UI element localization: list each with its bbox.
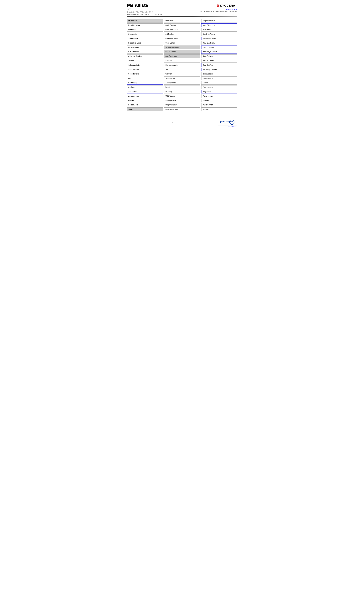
- ecosys-logo: Ecosys® Ecosys: [218, 119, 237, 126]
- menu-item: Speichern: [127, 85, 163, 89]
- footer-bottom: 1 Ecosys® Ecosys [ V635703646 ]: [127, 118, 237, 127]
- date-info: 03/01/2024 18:13: [226, 9, 237, 10]
- page-title: Menüliste: [127, 3, 162, 8]
- header-divider: [127, 16, 237, 17]
- header-subtitle: MFP: [127, 8, 162, 10]
- svg-point-0: [230, 120, 234, 124]
- menu-item: Maßeinheiten: [201, 28, 237, 31]
- kyocera-name: KYOCERA: [220, 4, 235, 7]
- menu-item: Schriftartliste: [127, 37, 163, 40]
- firmware-label: Firmware-Version: [127, 14, 140, 15]
- column-1: ListendruckBericht druckenMenüplanStatus…: [127, 19, 164, 112]
- menu-item: Auftragsende: [164, 81, 200, 84]
- column-3: Orig.Erkenn(DP)Auto ErkennungMaßeinheite…: [201, 19, 237, 112]
- menu-item: Bereit: [164, 85, 200, 89]
- menu-item: Ton: [164, 68, 200, 71]
- menu-item: Scan-Seiten: [164, 41, 200, 45]
- menu-item: System/Netzwerk: [164, 46, 200, 49]
- version-badge: [ V635703646 ]: [228, 126, 237, 127]
- menu-item: nach Papierform.: [164, 28, 200, 31]
- header-left: Menüliste MFP ECOSYS M6030cdn Firmware-V…: [127, 3, 162, 15]
- menu-item: Medientyp setzen: [201, 68, 237, 71]
- menu-item: Ergeb.ber.-Einst: [127, 41, 163, 45]
- model-name: ECOSYS M6030cdn: [127, 10, 162, 14]
- menu-item: Menüplan: [127, 28, 163, 31]
- menu-item: Ziel: [127, 76, 163, 80]
- menu-item: mit Duplex: [164, 32, 200, 36]
- ecosys-circle: Ecosys: [229, 120, 234, 125]
- menu-item: Abbr. vor Senden: [127, 54, 163, 58]
- menu-item: Tastenbestät.: [164, 76, 200, 80]
- menu-item: USB Tastatur: [164, 94, 200, 98]
- menu-item: Zielinfo: [127, 59, 163, 63]
- menu-item: Univ.-Zuf. Form.: [201, 41, 237, 45]
- page-header: Menüliste MFP ECOSYS M6030cdn Firmware-V…: [127, 3, 237, 15]
- menu-item: Statusseite: [127, 32, 163, 36]
- menu-item: Recycling: [201, 107, 237, 111]
- menu-item: Auto Erkennung: [201, 23, 237, 27]
- menu-item: Listendruck: [127, 19, 163, 23]
- menu-item: Pergament: [201, 90, 237, 94]
- menu-item: Orig.Erkenn(DP): [201, 19, 237, 23]
- menu-item: nach Funktion: [164, 23, 200, 27]
- menu-item: Bericht drucken: [127, 23, 163, 27]
- menu-item: Grobes: [201, 81, 237, 84]
- menu-item: Kass. 1 setzen: [201, 46, 237, 49]
- firmware-info: Firmware-Version 2NV_2000.007.113 2019.0…: [127, 14, 162, 15]
- ecosys-text: Ecosys®: [220, 120, 229, 124]
- menu-item: Papiergewicht: [201, 76, 237, 80]
- menu-item: Warnung: [164, 90, 200, 94]
- menu-item: Anwen.Orig.form.: [164, 107, 200, 111]
- menu-item: Orig./Pap.Einst.: [164, 103, 200, 107]
- menu-item: Sprache: [164, 59, 200, 63]
- menu-item: Allg.Einstellung: [164, 54, 200, 58]
- menu-item: Persönl. Info.: [127, 103, 163, 107]
- menu-item: mit Kombinieren: [164, 37, 200, 40]
- menu-item: Papiergewicht: [201, 85, 237, 89]
- menu-item: Druckseiten: [164, 19, 200, 23]
- ecosys-name: cosys: [222, 120, 228, 122]
- menu-item: Etiketten: [201, 99, 237, 102]
- menu-item: Papiergewicht: [201, 94, 237, 98]
- menu-item: Betreff: [127, 99, 163, 102]
- menu-item: Bestätigung: [127, 81, 163, 84]
- menu-item: Sendehistorie: [127, 72, 163, 76]
- menu-item: Ben./Kostenst.: [164, 50, 200, 54]
- menu-item: Auto. Senden: [127, 68, 163, 71]
- menu-item: Auftraghistiorie: [127, 63, 163, 67]
- column-2: Druckseitennach Funktionnach Papierform.…: [164, 19, 201, 112]
- menu-item: Normalpapier: [201, 72, 237, 76]
- page-number: 1: [172, 122, 173, 123]
- menu-item: Anwen.-Pap.form.: [201, 37, 237, 40]
- menu-item: Adresseintrag: [127, 94, 163, 98]
- menu-item: Warnton: [164, 72, 200, 76]
- menu-item: Univ.-Zuf.setzen: [201, 54, 237, 58]
- kyocera-logo: ✿ KYOCERA: [215, 3, 237, 8]
- menu-item: Papiergewicht: [201, 103, 237, 107]
- menu-item: E-Mai/Ordner: [127, 50, 163, 54]
- menu-columns: ListendruckBericht druckenMenüplanStatus…: [127, 19, 237, 112]
- menu-item: Medientyp Kass.1: [201, 50, 237, 54]
- menu-item: Def. Orig.Format: [201, 32, 237, 36]
- menu-item: Anzeigestärke: [164, 99, 200, 102]
- menu-item: Adressbuch: [127, 90, 163, 94]
- menu-item: Zähler: [127, 107, 163, 111]
- header-right: ✿ KYOCERA 03/01/2024 18:13 [2PC_1000.004…: [200, 3, 237, 12]
- version-codes: [2PC_1000.004.005] [2PC_1100.001.005] [2…: [200, 10, 237, 12]
- firmware-version: 2NV_2000.007.113 2019.09.05: [140, 14, 162, 15]
- page-footer: 1 Ecosys® Ecosys [ V635703646 ]: [127, 116, 237, 127]
- menu-item: Standardanzeige: [164, 63, 200, 67]
- kyocera-icon: ✿: [217, 4, 219, 7]
- menu-item: Fax-Sendung: [127, 46, 163, 49]
- menu-item: Univ.-Zuf. Form.: [201, 59, 237, 63]
- menu-item: Univ.-Zuf. Typ: [201, 63, 237, 67]
- svg-text:Ecosys: Ecosys: [230, 121, 233, 122]
